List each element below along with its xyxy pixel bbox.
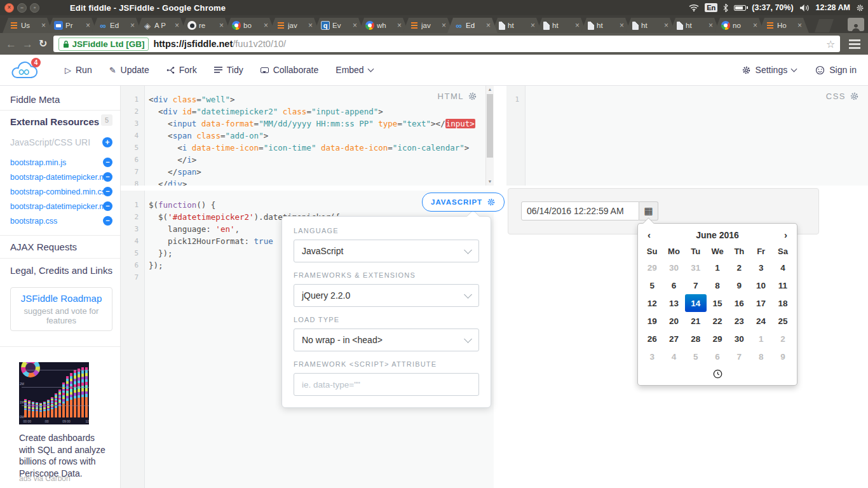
tidy-button[interactable]: Tidy <box>214 65 243 75</box>
day-cell[interactable]: 29 <box>641 259 663 276</box>
tab-close-icon[interactable]: × <box>130 22 135 29</box>
browser-tab[interactable]: wh× <box>358 18 409 33</box>
tab-close-icon[interactable]: × <box>353 22 357 29</box>
day-cell[interactable]: 4 <box>663 348 684 365</box>
time-picker-icon[interactable] <box>713 369 722 379</box>
browser-menu-icon[interactable] <box>848 38 862 50</box>
tab-close-icon[interactable]: × <box>264 22 268 29</box>
framework-attribute-input[interactable]: ie. data-type="" <box>294 373 479 396</box>
resource-link[interactable]: bootstrap-datetimepicker.min.js <box>10 173 110 182</box>
html-code[interactable]: <div class="well"> <div id="datetimepick… <box>149 93 485 186</box>
day-cell[interactable]: 6 <box>707 348 728 365</box>
browser-tab[interactable]: ∞Ed× <box>447 18 498 33</box>
next-month-button[interactable]: › <box>784 229 787 240</box>
fork-button[interactable]: Fork <box>166 65 197 75</box>
resource-link[interactable]: bootstrap.min.js <box>10 158 110 167</box>
bluetooth-icon[interactable] <box>723 4 728 12</box>
html-scrollbar[interactable]: ▲ ▼ <box>485 85 494 186</box>
settings-menu[interactable]: Settings <box>742 65 797 75</box>
new-tab-button[interactable] <box>815 19 834 32</box>
day-cell[interactable]: 2 <box>772 330 794 348</box>
select-frameworks-extensions[interactable]: jQuery 2.2.0 <box>294 284 479 307</box>
tab-close-icon[interactable]: × <box>753 22 757 29</box>
html-editor-panel[interactable]: 12345678 <div class="well"> <div id="dat… <box>121 85 494 186</box>
day-cell[interactable]: 18 <box>772 294 794 312</box>
browser-tab[interactable]: ht× <box>536 18 587 33</box>
ads-via-carbon-label[interactable]: ads via Carbon <box>19 474 71 483</box>
tab-close-icon[interactable]: × <box>308 22 313 29</box>
sign-in-button[interactable]: Sign in <box>815 65 857 75</box>
day-cell[interactable]: 1 <box>707 259 728 276</box>
run-button[interactable]: ▷Run <box>65 65 92 75</box>
browser-profile-button[interactable] <box>848 18 864 31</box>
html-settings-gear-icon[interactable] <box>468 92 477 101</box>
day-cell[interactable]: 10 <box>750 276 771 294</box>
tab-close-icon[interactable]: × <box>486 22 491 29</box>
day-cell[interactable]: 7 <box>685 276 707 294</box>
tab-close-icon[interactable]: × <box>86 22 90 29</box>
roadmap-link[interactable]: JSFiddle Roadmap <box>13 293 109 304</box>
session-gear-icon[interactable] <box>856 4 864 12</box>
datetime-input[interactable] <box>521 201 639 220</box>
day-cell[interactable]: 2 <box>728 259 750 276</box>
tab-close-icon[interactable]: × <box>575 22 580 29</box>
day-cell[interactable]: 7 <box>728 348 750 365</box>
browser-tab[interactable]: ∞Ed× <box>92 18 142 33</box>
css-editor-panel[interactable]: 1 CSS <box>506 85 868 186</box>
browser-tab[interactable]: re× <box>180 18 231 33</box>
day-cell[interactable]: 5 <box>685 348 707 365</box>
reload-button[interactable]: ↻ <box>39 39 47 49</box>
jsfiddle-logo[interactable]: 4 <box>10 60 39 80</box>
sidebar-item-legal[interactable]: Legal, Credits and Links <box>10 265 112 276</box>
tab-close-icon[interactable]: × <box>442 22 446 29</box>
javascript-settings-button[interactable]: JAVASCRIPT <box>422 193 505 212</box>
tab-close-icon[interactable]: × <box>219 22 224 29</box>
address-bar[interactable]: JSFiddle Ltd [GB] https://jsfiddle.net/f… <box>53 36 840 52</box>
wifi-icon[interactable] <box>689 4 699 11</box>
day-cell[interactable]: 25 <box>772 312 794 330</box>
tab-close-icon[interactable]: × <box>709 22 713 29</box>
remove-resource-button[interactable]: − <box>103 158 112 167</box>
day-cell[interactable]: 27 <box>663 330 684 348</box>
browser-tab[interactable]: Pr× <box>47 18 97 33</box>
forward-button[interactable]: → <box>22 39 33 50</box>
browser-tab[interactable]: jav× <box>403 18 453 33</box>
css-settings-gear-icon[interactable] <box>850 92 859 101</box>
day-cell[interactable]: 22 <box>707 312 728 330</box>
day-cell[interactable]: 13 <box>663 294 684 312</box>
day-cell[interactable]: 17 <box>750 294 771 312</box>
day-cell[interactable]: 30 <box>663 259 684 276</box>
browser-tab[interactable]: ht× <box>670 18 720 33</box>
tab-close-icon[interactable]: × <box>797 22 802 29</box>
back-button[interactable]: ← <box>6 39 17 50</box>
day-cell[interactable]: 19 <box>641 312 663 330</box>
scroll-down-icon[interactable]: ▼ <box>486 179 494 184</box>
tab-close-icon[interactable]: × <box>531 22 535 29</box>
day-cell[interactable]: 3 <box>750 259 771 276</box>
browser-tab[interactable]: Ho× <box>759 18 809 33</box>
tab-close-icon[interactable]: × <box>664 22 668 29</box>
day-cell[interactable]: 26 <box>641 330 663 348</box>
select-language[interactable]: JavaScript <box>294 240 479 262</box>
day-cell[interactable]: 8 <box>750 348 771 365</box>
selected-day-cell[interactable]: 14 <box>685 294 707 312</box>
browser-tab[interactable]: Us× <box>3 18 53 33</box>
day-cell[interactable]: 9 <box>772 348 794 365</box>
day-cell[interactable]: 11 <box>772 276 794 294</box>
battery-icon[interactable] <box>734 5 746 11</box>
remove-resource-button[interactable]: − <box>103 216 112 226</box>
window-minimize-button[interactable]: − <box>17 3 27 13</box>
datepicker-title[interactable]: June 2016 <box>696 230 739 240</box>
external-resources-header[interactable]: External Resources 5 <box>10 116 112 128</box>
day-cell[interactable]: 6 <box>663 276 684 294</box>
window-maximize-button[interactable]: ▫ <box>30 3 39 13</box>
day-cell[interactable]: 1 <box>750 330 771 348</box>
remove-resource-button[interactable]: − <box>103 172 112 182</box>
tab-close-icon[interactable]: × <box>41 22 46 29</box>
day-cell[interactable]: 28 <box>685 330 707 348</box>
collaborate-button[interactable]: Collaborate <box>261 65 319 75</box>
volume-icon[interactable] <box>799 4 810 12</box>
resource-link[interactable]: bootstrap.css <box>10 217 110 226</box>
window-close-button[interactable]: × <box>4 3 14 13</box>
remove-resource-button[interactable]: − <box>103 187 112 196</box>
